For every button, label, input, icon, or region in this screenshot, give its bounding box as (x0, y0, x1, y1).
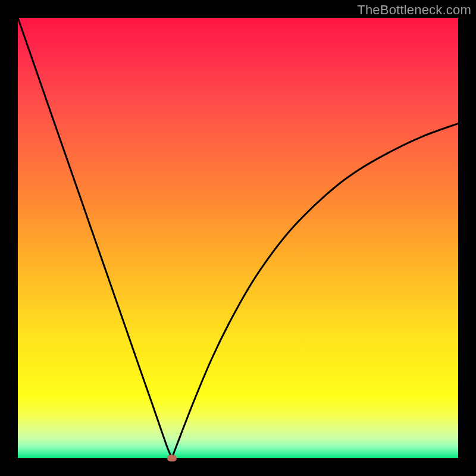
min-point-marker (167, 455, 177, 462)
bottleneck-curve (18, 18, 458, 458)
watermark-text: TheBottleneck.com (357, 2, 471, 18)
chart-svg (18, 18, 458, 458)
chart-root: TheBottleneck.com (0, 0, 476, 476)
